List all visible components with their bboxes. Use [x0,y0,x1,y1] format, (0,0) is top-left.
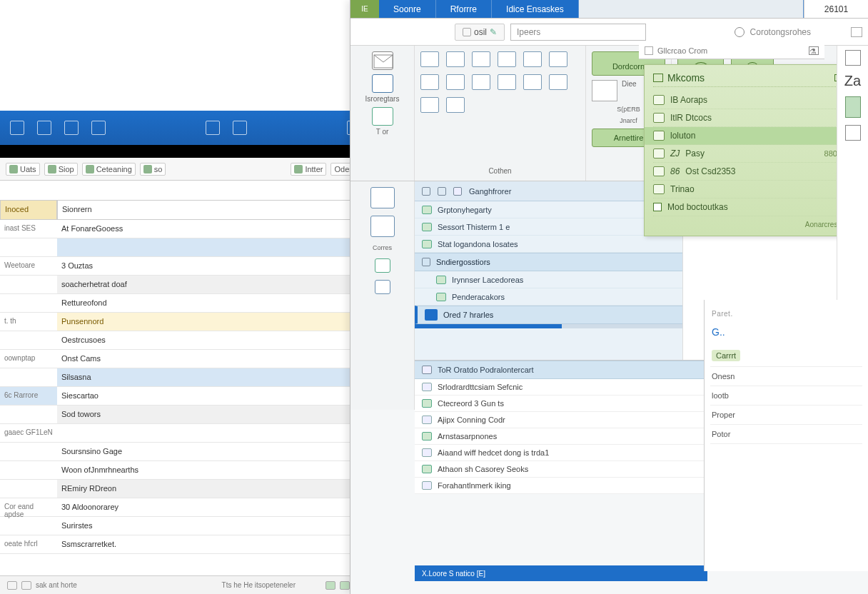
strip-icon[interactable] [845,50,861,66]
table-row[interactable]: inast SESAt FonareGooess [0,220,371,238]
ribbon-icon-2[interactable] [37,121,51,135]
gallery-item[interactable] [472,74,490,90]
gallery-item[interactable] [498,51,516,67]
toolbar-tab[interactable]: osil ✎ [455,24,505,41]
flask-icon[interactable]: ⚗ [809,46,819,55]
back-tab[interactable]: Siop [44,163,78,176]
table-row[interactable]: Rettureofond [0,294,371,313]
gallery-item[interactable] [420,51,439,67]
panel-row[interactable]: 86Ost Csd2353 [653,163,842,181]
gallery-item[interactable] [420,74,439,90]
ribbon-icon-1[interactable] [10,121,24,135]
back-tab[interactable]: so [140,163,166,176]
table-row[interactable]: Oestrcusoes [0,331,371,350]
table-row[interactable]: oeate hfcrlSsmscrarretket. [0,535,371,554]
list-item[interactable]: Arnstasarpnones [415,428,707,445]
back-tab[interactable]: Intter [291,163,326,176]
list-item[interactable]: Sessort Thisterm 1 e [415,218,682,236]
head-icon [422,366,432,374]
gallery-item[interactable] [420,97,439,113]
list-item[interactable]: Penderacakors [415,288,682,306]
ribbon-icon-3[interactable] [64,121,79,135]
list-item[interactable]: Irynnser Lacedoreas [415,271,682,288]
panel-icon [653,74,663,82]
list-item[interactable]: Athaon sh Casorey Seoks [415,461,707,478]
table-row[interactable]: Soursnsino Gage [0,443,371,461]
table-row[interactable]: t. thPunsennord [0,313,371,331]
nav-icon[interactable] [375,258,390,273]
list-item[interactable]: Stat logandona Iosates [415,236,682,253]
table-row[interactable]: 6c RarroreSiescartao [0,387,371,406]
table-row[interactable] [0,238,371,257]
grid-icon[interactable] [851,27,862,37]
table-row[interactable]: Sod towors [0,406,371,424]
gallery-item[interactable] [523,74,542,90]
table-row[interactable]: Surirstes [0,517,371,535]
nav-icon[interactable] [375,280,390,294]
detail-row[interactable]: Proper [710,406,862,425]
table-row[interactable]: oownptapOnst Cams [0,350,371,368]
back-tab[interactable]: Uats [6,163,40,176]
progress-bar [415,324,682,328]
grid-header-c1[interactable]: Inoced [0,200,57,220]
ribbon-icon-4[interactable] [91,121,106,135]
grid-header-c2[interactable]: Sionrern [57,200,371,220]
mini-icon[interactable] [592,80,617,101]
list-item[interactable]: Srlodrardttcsiam Sefcnic [415,379,707,396]
nav-icon[interactable] [370,187,395,208]
section-header[interactable]: Ored 7 hrarles [415,306,682,324]
menu-item[interactable]: Idice Ensaskes [492,0,579,18]
gallery-item[interactable] [549,74,567,90]
table-row[interactable]: Silsasna [0,368,371,387]
list-item[interactable]: Forahantlnmerk iking [415,478,707,494]
ribbon-btn[interactable]: T or [356,107,408,136]
list-item[interactable]: Ctecreord 3 Gun ts [415,396,707,412]
gallery-item[interactable] [446,51,465,67]
ribbon-icon-5[interactable] [206,121,220,135]
table-row[interactable]: Cor eand apdse30 Aldoonorarey [0,498,371,517]
gallery-item[interactable] [446,97,465,113]
menu-item[interactable]: Soonre [379,0,436,18]
detail-row[interactable]: Potor [710,425,862,444]
nav-icon[interactable] [370,216,395,237]
search-input[interactable]: Ipeers [510,24,646,41]
panel-row[interactable]: ItlR Dtcocs [653,109,842,127]
table-row[interactable]: REmiry RDreon [0,480,371,498]
panel-row[interactable]: ZJPasy8808 [653,145,842,163]
gallery-item[interactable] [549,51,567,67]
app-corner[interactable]: IE [350,0,379,18]
gallery-item[interactable] [523,51,542,67]
panel-row[interactable]: loluton [645,127,850,145]
gallery-item[interactable] [498,74,516,90]
item-icon [422,383,432,391]
ribbon-btn[interactable] [356,51,408,70]
list-item[interactable]: Grptonyhegarty [415,201,682,218]
table-row[interactable]: gaaec GF1LeN [0,424,371,443]
detail-row[interactable]: lootb [710,386,862,406]
table-row[interactable]: Weetoare3 Ouztas [0,257,371,276]
section-header[interactable]: Sndiergosstiors [415,253,682,271]
ribbon-icon-6[interactable] [233,121,247,135]
panel-hdr-icon [645,46,653,55]
detail-row[interactable]: Onesn [710,367,862,386]
ribbon-btn[interactable]: Isroregtars [356,74,408,103]
lower-head[interactable]: ToR Oratdo Podralontercart [415,361,707,379]
gallery-item[interactable] [472,51,490,67]
table-row[interactable]: soacherhetrat doaf [0,276,371,294]
menu-item[interactable] [579,0,804,18]
strip-icon[interactable] [845,96,861,118]
menu-item[interactable]: Rforrre [436,0,492,18]
menu-bar: Soonre Rforrre Idice Ensaskes [379,0,804,18]
list-item[interactable]: Ajipx Conning Codr [415,412,707,428]
row-icon [653,113,665,123]
list-item[interactable]: Aiaand wiff hedcet dong is trda1 [415,445,707,461]
panel-row[interactable]: IB Aoraps [653,91,842,109]
checkbox[interactable] [653,203,662,211]
strip-icon[interactable] [845,125,861,141]
info-icon[interactable] [735,27,745,37]
panel-row[interactable]: Mod boctoutkas [653,198,842,216]
table-row[interactable]: Woon ofJnmrhnearths [0,461,371,480]
panel-row[interactable]: Trinao [653,181,842,198]
gallery-item[interactable] [446,74,465,90]
back-tab[interactable]: Ceteaning [82,163,136,176]
